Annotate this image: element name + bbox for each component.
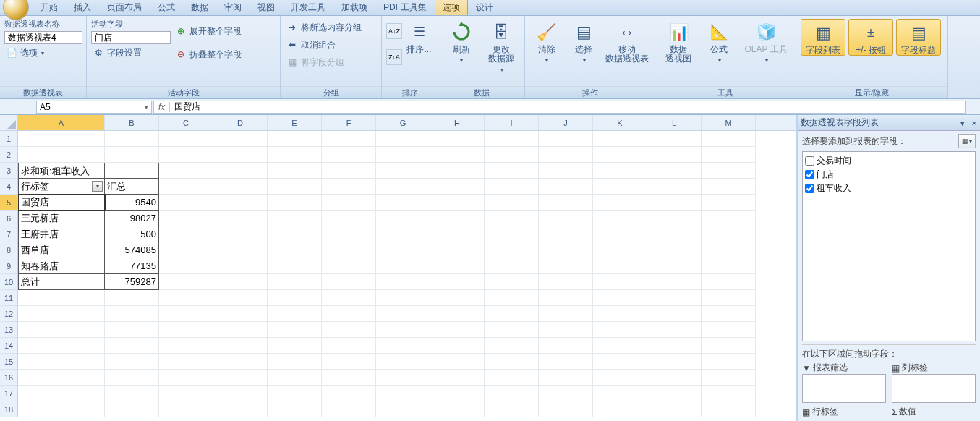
cell[interactable] — [213, 195, 268, 210]
tab-2[interactable]: 页面布局 — [99, 0, 150, 15]
cell[interactable] — [593, 226, 647, 242]
cell[interactable] — [376, 386, 430, 401]
tab-11[interactable]: 设计 — [468, 0, 501, 15]
cell[interactable] — [159, 306, 213, 322]
cell[interactable] — [539, 401, 593, 417]
cell[interactable] — [647, 163, 702, 179]
cell[interactable] — [539, 195, 593, 210]
active-field-input[interactable] — [91, 31, 171, 44]
cell[interactable] — [593, 163, 647, 179]
row-header[interactable]: 2 — [0, 147, 17, 163]
cell[interactable] — [539, 210, 593, 226]
cell[interactable] — [485, 274, 539, 290]
cell[interactable] — [430, 242, 485, 258]
cell[interactable] — [268, 195, 322, 210]
row-header[interactable]: 18 — [0, 401, 17, 417]
cell[interactable] — [430, 306, 485, 322]
cell[interactable] — [702, 386, 756, 401]
cell[interactable] — [376, 322, 430, 338]
cell[interactable] — [159, 179, 213, 195]
expand-field-button[interactable]: ⊕ 展开整个字段 — [174, 25, 243, 38]
cell[interactable] — [593, 179, 647, 195]
col-header[interactable]: G — [376, 115, 430, 130]
cell[interactable]: 汇总 — [105, 179, 159, 195]
field-checkbox[interactable] — [805, 170, 814, 179]
cell[interactable] — [213, 147, 268, 163]
cell[interactable] — [539, 338, 593, 354]
cell[interactable] — [430, 226, 485, 242]
cell[interactable] — [593, 338, 647, 354]
cell[interactable] — [18, 131, 105, 147]
worksheet[interactable]: 123456789101112131415161718 ABCDEFGHIJKL… — [0, 115, 796, 421]
cell[interactable] — [593, 354, 647, 370]
cell[interactable] — [159, 354, 213, 370]
cell[interactable] — [430, 210, 485, 226]
formula-button[interactable]: 📐 公式 — [700, 19, 738, 65]
name-box[interactable]: A5▾ — [36, 101, 152, 114]
cell[interactable] — [485, 322, 539, 338]
cell[interactable] — [213, 131, 268, 147]
cell[interactable] — [322, 147, 376, 163]
field-checkbox[interactable] — [805, 156, 814, 166]
col-header[interactable]: L — [647, 115, 702, 130]
cell[interactable] — [268, 401, 322, 417]
row-header[interactable]: 8 — [0, 242, 17, 258]
cell[interactable] — [647, 195, 702, 210]
cell[interactable]: 9540 — [105, 195, 159, 210]
row-header[interactable]: 9 — [0, 258, 17, 274]
cell[interactable] — [376, 195, 430, 210]
cell[interactable] — [159, 210, 213, 226]
cell[interactable] — [159, 242, 213, 258]
cell[interactable] — [105, 338, 159, 354]
cell[interactable] — [268, 306, 322, 322]
row-label-filter[interactable]: ▾ — [92, 181, 103, 192]
row-header[interactable]: 16 — [0, 370, 17, 386]
cell[interactable] — [159, 322, 213, 338]
cell[interactable] — [159, 290, 213, 306]
cell[interactable] — [18, 386, 105, 401]
cell[interactable] — [539, 163, 593, 179]
cell[interactable]: 求和项:租车收入 — [18, 163, 105, 179]
cell[interactable] — [322, 179, 376, 195]
col-header[interactable]: C — [159, 115, 213, 130]
cell[interactable] — [539, 258, 593, 274]
cell[interactable] — [430, 338, 485, 354]
cell[interactable] — [322, 195, 376, 210]
cell[interactable] — [430, 290, 485, 306]
cell[interactable] — [322, 290, 376, 306]
cell[interactable] — [647, 370, 702, 386]
row-header[interactable]: 15 — [0, 354, 17, 370]
cell[interactable]: 知春路店 — [18, 258, 105, 274]
cell[interactable] — [430, 370, 485, 386]
cell[interactable] — [647, 338, 702, 354]
cell[interactable] — [485, 179, 539, 195]
field-item[interactable]: 门店 — [805, 168, 973, 182]
cell[interactable] — [268, 338, 322, 354]
cell[interactable]: 574085 — [105, 242, 159, 258]
cell[interactable] — [430, 131, 485, 147]
cell[interactable] — [213, 386, 268, 401]
cell[interactable] — [430, 322, 485, 338]
tab-9[interactable]: PDF工具集 — [375, 0, 435, 15]
pane-dropdown-icon[interactable]: ▼ — [959, 119, 966, 127]
cell[interactable] — [485, 147, 539, 163]
cell[interactable] — [376, 401, 430, 417]
cell[interactable] — [647, 401, 702, 417]
cell[interactable] — [539, 147, 593, 163]
cell[interactable] — [159, 226, 213, 242]
cell[interactable] — [159, 370, 213, 386]
cell[interactable] — [647, 290, 702, 306]
close-icon[interactable]: ✕ — [971, 119, 977, 127]
cell[interactable] — [213, 258, 268, 274]
cell[interactable] — [485, 386, 539, 401]
tab-8[interactable]: 加载项 — [333, 0, 375, 15]
cell[interactable] — [159, 258, 213, 274]
sort-desc-icon[interactable]: Z↓A — [386, 49, 402, 65]
cell[interactable] — [702, 226, 756, 242]
cell[interactable] — [213, 306, 268, 322]
cell[interactable] — [647, 179, 702, 195]
cell[interactable] — [105, 163, 159, 179]
cell[interactable] — [647, 131, 702, 147]
cell[interactable] — [376, 370, 430, 386]
tab-0[interactable]: 开始 — [33, 0, 66, 15]
